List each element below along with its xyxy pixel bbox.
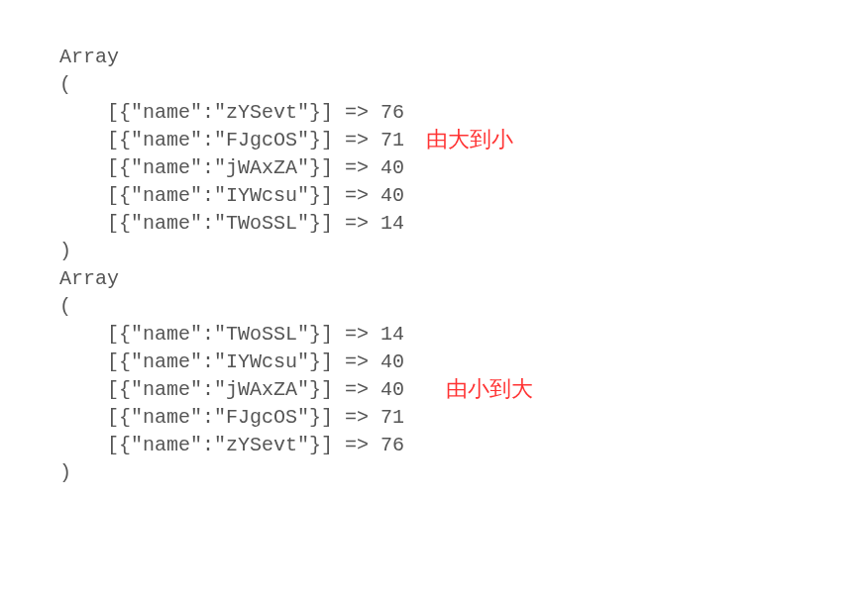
annotation-desc-1: 由大到小 bbox=[426, 125, 513, 154]
array-label-2: Array bbox=[59, 267, 119, 290]
open-paren-1: ( bbox=[59, 73, 71, 96]
array1-line2: [{"name":"jWAxZA"}] => 40 bbox=[59, 156, 404, 179]
open-paren-2: ( bbox=[59, 295, 71, 318]
array1-line0: [{"name":"zYSevt"}] => 76 bbox=[59, 101, 404, 124]
array2-line4: [{"name":"zYSevt"}] => 76 bbox=[59, 434, 404, 456]
close-paren-1: ) bbox=[59, 240, 71, 262]
code-output: Array ( [{"name":"zYSevt"}] => 76 [{"nam… bbox=[59, 16, 404, 487]
array2-line2: [{"name":"jWAxZA"}] => 40 bbox=[59, 378, 404, 401]
array1-line3: [{"name":"IYWcsu"}] => 40 bbox=[59, 184, 404, 207]
array-label-1: Array bbox=[59, 46, 119, 68]
array1-line1: [{"name":"FJgcOS"}] => 71 bbox=[59, 129, 404, 151]
array2-line3: [{"name":"FJgcOS"}] => 71 bbox=[59, 406, 404, 429]
annotation-desc-2: 由小到大 bbox=[446, 374, 533, 404]
array2-line1: [{"name":"IYWcsu"}] => 40 bbox=[59, 350, 404, 373]
close-paren-2: ) bbox=[59, 461, 71, 484]
array1-line4: [{"name":"TWoSSL"}] => 14 bbox=[59, 212, 404, 235]
array2-line0: [{"name":"TWoSSL"}] => 14 bbox=[59, 323, 404, 346]
